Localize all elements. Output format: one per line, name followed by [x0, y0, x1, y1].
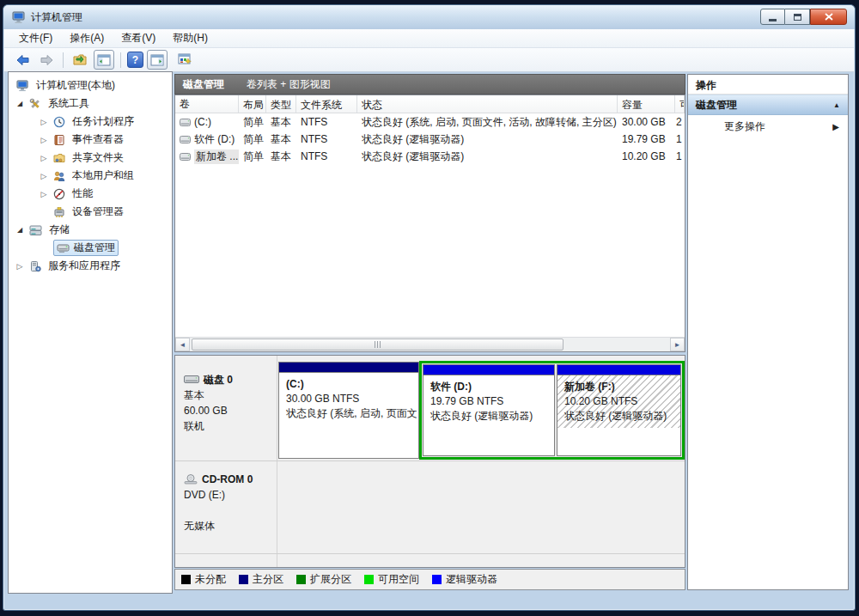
volume-layout: 简单 — [239, 149, 266, 164]
tree-item-label: 磁盘管理 — [74, 241, 115, 255]
menu-help[interactable]: 帮助(H) — [165, 28, 216, 48]
tree-item-storage[interactable]: ◢ 存储 — [9, 221, 172, 239]
tree-item-label: 设备管理器 — [70, 204, 126, 220]
collapsed-arrow-icon[interactable]: ▷ — [39, 136, 49, 144]
collapsed-arrow-icon[interactable]: ▷ — [39, 154, 49, 162]
legend-label: 主分区 — [253, 572, 283, 587]
close-button[interactable] — [810, 9, 847, 25]
tree-item-label: 系统工具 — [46, 95, 92, 112]
collapse-section-icon[interactable]: ▲ — [833, 101, 840, 109]
partition-status: 状态良好 (系统, 启动, 页面文 — [286, 406, 411, 421]
tree-item-label: 计算机管理(本地) — [34, 77, 118, 94]
volume-free: 1 — [675, 150, 685, 162]
snapin-properties-button[interactable] — [174, 50, 195, 70]
column-free[interactable]: 可 — [675, 95, 685, 113]
disk0-label[interactable]: 磁盘 0 基本 60.00 GB 联机 — [178, 368, 276, 438]
volume-status: 状态良好 (系统, 启动, 页面文件, 活动, 故障转储, 主分区) — [357, 115, 618, 130]
column-layout[interactable]: 布局 — [239, 95, 266, 113]
collapsed-arrow-icon[interactable]: ▷ — [39, 172, 49, 180]
column-filesystem[interactable]: 文件系统 — [296, 95, 357, 113]
volume-row-d[interactable]: 软件 (D:) 简单 基本 NTFS 状态良好 (逻辑驱动器) 19.79 GB… — [175, 131, 685, 148]
horizontal-scrollbar[interactable]: ◄ ► — [175, 337, 685, 351]
legend-primary-partition: 主分区 — [239, 572, 283, 587]
tree-item-task-scheduler[interactable]: ▷ 任务计划程序 — [9, 113, 172, 131]
column-capacity[interactable]: 容量 — [618, 95, 675, 113]
partition-c[interactable]: (C:) 30.00 GB NTFS 状态良好 (系统, 启动, 页面文 — [278, 362, 419, 459]
titlebar[interactable]: 计算机管理 — [3, 5, 855, 29]
action-pane-toggle-button[interactable] — [147, 50, 168, 70]
actions-section-label: 磁盘管理 — [696, 98, 737, 113]
back-button[interactable] — [12, 50, 33, 70]
tree-item-computer-management[interactable]: 计算机管理(本地) — [9, 76, 172, 95]
console-tree-toggle-button[interactable] — [94, 50, 114, 70]
more-actions-item[interactable]: 更多操作 ▶ — [688, 115, 848, 138]
minimize-button[interactable] — [760, 9, 785, 25]
column-status[interactable]: 状态 — [357, 95, 618, 113]
forward-button[interactable] — [36, 50, 57, 70]
logical-drive-strip — [423, 365, 554, 375]
maximize-button[interactable] — [785, 9, 810, 25]
partition-status: 状态良好 (逻辑驱动器) — [564, 409, 673, 424]
tree-item-event-viewer[interactable]: ▷ 事件查看器 — [9, 131, 172, 149]
expanded-arrow-icon[interactable]: ◢ — [15, 100, 25, 107]
divider — [277, 356, 277, 567]
actions-section-disk-management[interactable]: 磁盘管理 ▲ — [688, 95, 848, 115]
tree-item-services-applications[interactable]: ▷ 服务和应用程序 — [9, 257, 172, 275]
shared-folders-icon — [53, 152, 65, 164]
volume-layout: 简单 — [239, 132, 266, 147]
tree-item-system-tools[interactable]: ◢ 系统工具 — [9, 95, 172, 113]
expanded-arrow-icon[interactable]: ◢ — [15, 226, 25, 234]
console-tree: 计算机管理(本地) ◢ 系统工具 ▷ 任务计划程序 ▷ — [8, 71, 173, 594]
disk-management-icon — [57, 243, 70, 253]
volume-status: 状态良好 (逻辑驱动器) — [357, 149, 618, 164]
disk0-name: 磁盘 0 — [204, 372, 233, 387]
tree-item-device-manager[interactable]: 设备管理器 — [9, 203, 172, 221]
export-list-button[interactable] — [70, 50, 90, 70]
volume-name: 软件 (D:) — [194, 132, 235, 147]
legend-swatch — [181, 575, 191, 584]
column-volume[interactable]: 卷 — [175, 95, 239, 113]
logical-drive-strip — [557, 365, 680, 375]
volume-fs: NTFS — [296, 133, 357, 145]
action-pane-icon — [150, 54, 164, 66]
toolbar: ? — [4, 48, 854, 72]
tree-item-shared-folders[interactable]: ▷ 共享文件夹 — [9, 149, 172, 167]
cdrom-drive: DVD (E:) — [184, 487, 270, 503]
window-title: 计算机管理 — [31, 10, 82, 25]
selected-tree-item[interactable]: 磁盘管理 — [53, 240, 119, 256]
volume-capacity: 10.20 GB — [618, 150, 675, 162]
collapsed-arrow-icon[interactable]: ▷ — [15, 262, 25, 271]
window-controls — [760, 9, 847, 25]
collapsed-arrow-icon[interactable]: ▷ — [39, 190, 49, 198]
column-type[interactable]: 类型 — [266, 95, 296, 113]
scroll-left-arrow[interactable]: ◄ — [175, 338, 190, 351]
task-scheduler-icon — [53, 116, 65, 128]
tree-item-label: 性能 — [70, 186, 95, 202]
partition-d[interactable]: 软件 (D:) 19.79 GB NTFS 状态良好 (逻辑驱动器) — [423, 364, 555, 456]
volume-row-f[interactable]: 新加卷 ... 简单 基本 NTFS 状态良好 (逻辑驱动器) 10.20 GB… — [175, 148, 685, 165]
help-button[interactable]: ? — [127, 52, 143, 68]
partition-f-selected[interactable]: 新加卷 (F:) 10.20 GB NTFS 状态良好 (逻辑驱动器) — [557, 364, 681, 456]
pane-view-mode: 卷列表 + 图形视图 — [247, 77, 331, 92]
menu-view[interactable]: 查看(V) — [113, 28, 163, 48]
tree-item-local-users-groups[interactable]: ▷ 本地用户和组 — [9, 167, 172, 185]
console-tree-icon — [97, 54, 111, 66]
cdrom-label[interactable]: CD-ROM 0 DVD (E:) 无媒体 — [178, 467, 276, 538]
tree-item-disk-management[interactable]: 磁盘管理 — [9, 239, 172, 257]
volume-row-c[interactable]: (C:) 简单 基本 NTFS 状态良好 (系统, 启动, 页面文件, 活动, … — [175, 113, 685, 131]
menu-action[interactable]: 操作(A) — [62, 28, 112, 48]
computer-icon — [12, 11, 26, 24]
more-actions-label: 更多操作 — [724, 119, 765, 134]
legend-swatch — [432, 575, 442, 584]
graphical-view: 磁盘 0 基本 60.00 GB 联机 (C:) 30.00 GB NTFS 状… — [174, 355, 685, 568]
disk0-type: 基本 — [184, 387, 270, 403]
collapsed-arrow-icon[interactable]: ▷ — [39, 118, 49, 126]
close-icon — [825, 13, 833, 21]
toolbar-separator — [120, 52, 121, 68]
menu-file[interactable]: 文件(F) — [11, 28, 60, 48]
local-users-icon — [53, 170, 65, 182]
scrollbar-thumb[interactable] — [192, 338, 564, 351]
tree-item-performance[interactable]: ▷ 性能 — [9, 185, 172, 203]
scroll-right-arrow[interactable]: ► — [670, 338, 685, 351]
disk0-size: 60.00 GB — [184, 403, 270, 418]
